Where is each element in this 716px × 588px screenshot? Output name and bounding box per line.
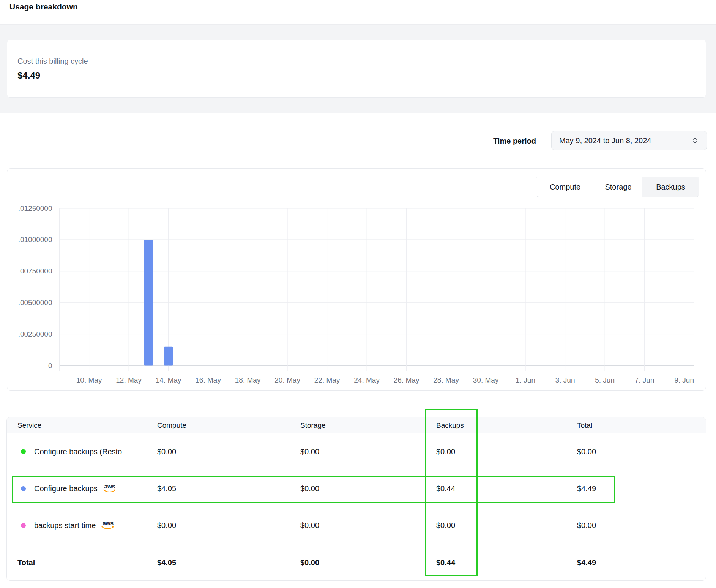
total-value: $0.00 xyxy=(577,447,596,456)
svg-text:.00500000: .00500000 xyxy=(18,299,52,307)
svg-text:.00750000: .00750000 xyxy=(18,267,52,275)
svg-text:12. May: 12. May xyxy=(116,376,142,384)
tab-backups[interactable]: Backups xyxy=(642,177,699,197)
series-dot-blue xyxy=(21,486,26,491)
compute-total: $4.05 xyxy=(157,558,176,567)
time-period-label: Time period xyxy=(418,137,536,145)
svg-text:.00250000: .00250000 xyxy=(18,330,52,338)
svg-text:16. May: 16. May xyxy=(195,376,221,384)
chart-metric-tabs: Compute Storage Backups xyxy=(536,177,699,197)
svg-text:30. May: 30. May xyxy=(473,376,499,384)
compute-value: $0.00 xyxy=(157,521,176,530)
svg-text:24. May: 24. May xyxy=(354,376,380,384)
col-header-storage: Storage xyxy=(300,421,326,430)
svg-text:10. May: 10. May xyxy=(76,376,102,384)
series-dot-pink xyxy=(21,523,26,528)
storage-total: $0.00 xyxy=(300,558,319,567)
cost-card-label: Cost this billing cycle xyxy=(17,57,88,66)
cost-card-value: $4.49 xyxy=(17,70,40,81)
svg-text:28. May: 28. May xyxy=(433,376,459,384)
tab-compute[interactable]: Compute xyxy=(536,177,594,197)
storage-value: $0.00 xyxy=(300,521,319,530)
col-header-compute: Compute xyxy=(157,421,186,430)
col-header-total: Total xyxy=(577,421,592,430)
svg-text:18. May: 18. May xyxy=(235,376,261,384)
svg-text:.01000000: .01000000 xyxy=(18,236,52,243)
total-value: $0.00 xyxy=(577,521,596,530)
total-row-label: Total xyxy=(17,558,35,567)
svg-text:0: 0 xyxy=(48,362,52,370)
tab-storage[interactable]: Storage xyxy=(594,177,642,197)
time-period-select[interactable]: May 9, 2024 to Jun 8, 2024 xyxy=(551,131,707,150)
time-period-value: May 9, 2024 to Jun 8, 2024 xyxy=(559,136,651,145)
service-name: backups start time xyxy=(34,521,96,530)
usage-chart-card: .01250000.01000000.00750000.00500000.002… xyxy=(7,168,706,391)
backups-usage-bar-chart[interactable]: .01250000.01000000.00750000.00500000.002… xyxy=(7,169,707,391)
usage-table: Service Compute Storage Backups Total Co… xyxy=(6,417,706,581)
svg-text:22. May: 22. May xyxy=(314,376,340,384)
storage-value: $0.00 xyxy=(300,447,319,456)
select-updown-icon xyxy=(692,136,698,145)
table-row[interactable]: Configure backups (Resto $0.00 $0.00 $0.… xyxy=(7,433,706,470)
billing-usage-page: Usage breakdown Cost this billing cycle … xyxy=(0,0,716,588)
svg-text:.01250000: .01250000 xyxy=(18,204,52,212)
col-header-backups: Backups xyxy=(436,421,464,430)
aws-logo-icon: aws xyxy=(101,521,115,530)
svg-text:5. Jun: 5. Jun xyxy=(595,376,615,384)
compute-value: $0.00 xyxy=(157,447,176,456)
table-total-row: Total $4.05 $0.00 $0.44 $4.49 xyxy=(7,544,706,581)
table-header-row: Service Compute Storage Backups Total xyxy=(7,417,706,433)
grand-total: $4.49 xyxy=(577,558,596,567)
backups-value: $0.44 xyxy=(436,484,455,493)
total-value: $4.49 xyxy=(577,484,596,493)
aws-logo-icon: aws xyxy=(103,484,117,493)
svg-text:9. Jun: 9. Jun xyxy=(674,376,694,384)
col-header-service: Service xyxy=(17,421,41,430)
svg-text:26. May: 26. May xyxy=(394,376,420,384)
page-title: Usage breakdown xyxy=(9,2,78,11)
compute-value: $4.05 xyxy=(157,484,176,493)
svg-text:1. Jun: 1. Jun xyxy=(516,376,535,384)
series-dot-green xyxy=(21,449,26,454)
summary-section: Cost this billing cycle $4.49 xyxy=(0,24,716,113)
backups-total: $0.44 xyxy=(436,558,455,567)
svg-text:20. May: 20. May xyxy=(274,376,300,384)
table-row[interactable]: Configure backups aws $4.05 $0.00 $0.44 … xyxy=(7,470,706,507)
svg-text:14. May: 14. May xyxy=(156,376,181,384)
svg-text:7. Jun: 7. Jun xyxy=(635,376,654,384)
svg-text:3. Jun: 3. Jun xyxy=(555,376,575,384)
backups-value: $0.00 xyxy=(436,447,455,456)
cost-card: Cost this billing cycle $4.49 xyxy=(7,40,706,98)
backups-value: $0.00 xyxy=(436,521,455,530)
storage-value: $0.00 xyxy=(300,484,319,493)
service-name: Configure backups xyxy=(34,484,98,493)
service-name: Configure backups (Resto xyxy=(34,447,122,456)
table-row[interactable]: backups start time aws $0.00 $0.00 $0.00… xyxy=(7,507,706,544)
